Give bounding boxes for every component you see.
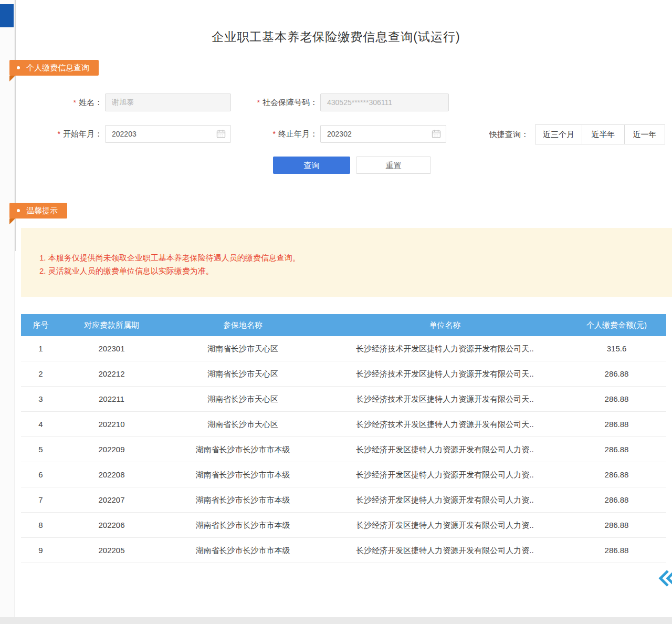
cell-region: 湖南省长沙市天心区	[163, 361, 323, 386]
cell-seq: 4	[21, 412, 60, 436]
table-row: 8 202206 湖南省长沙市长沙市市本级 长沙经济开发区捷特人力资源开发有限公…	[21, 513, 666, 538]
table-row: 7 202207 湖南省长沙市长沙市市本级 长沙经济开发区捷特人力资源开发有限公…	[21, 487, 666, 513]
cell-company: 长沙经济开发区捷特人力资源开发有限公司人力资..	[323, 437, 567, 462]
cell-amount: 286.88	[567, 387, 666, 411]
cell-period: 202206	[60, 513, 163, 537]
sidebar-tab[interactable]	[0, 4, 14, 27]
page-title: 企业职工基本养老保险缴费信息查询(试运行)	[0, 29, 672, 45]
section-badge-tips-label: 温馨提示	[26, 206, 58, 216]
cell-period: 202207	[60, 487, 163, 512]
results-table: 序号 对应费款所属期 参保地名称 单位名称 个人缴费金额(元) 1 202301…	[21, 314, 666, 563]
cell-region: 湖南省长沙市长沙市市本级	[163, 487, 323, 512]
cell-seq: 7	[21, 487, 60, 512]
cell-amount: 315.6	[567, 336, 666, 361]
quick-btn-halfyear[interactable]: 近半年	[582, 124, 625, 144]
section-badge-query: 个人缴费信息查询	[9, 60, 99, 76]
cell-company: 长沙经济开发区捷特人力资源开发有限公司人力资..	[323, 462, 567, 487]
notice-line-2: 2. 灵活就业人员的缴费单位信息以实际缴费为准。	[39, 264, 662, 277]
header-seq: 序号	[21, 314, 60, 336]
cell-period: 202212	[60, 361, 163, 386]
cell-period: 202208	[60, 462, 163, 487]
cell-period: 202209	[60, 437, 163, 462]
cell-region: 湖南省长沙市天心区	[163, 336, 323, 361]
cell-seq: 9	[21, 538, 60, 563]
cell-amount: 286.88	[567, 538, 666, 563]
table-row: 1 202301 湖南省长沙市天心区 长沙经济技术开发区捷特人力资源开发有限公司…	[21, 336, 666, 361]
header-region: 参保地名称	[163, 314, 323, 336]
cell-seq: 8	[21, 513, 60, 537]
cell-company: 长沙经济开发区捷特人力资源开发有限公司人力资..	[323, 487, 567, 512]
cell-region: 湖南省长沙市长沙市市本级	[163, 462, 323, 487]
cell-amount: 286.88	[567, 361, 666, 386]
cell-amount: 286.88	[567, 412, 666, 436]
section-badge-query-label: 个人缴费信息查询	[26, 63, 89, 73]
cell-seq: 2	[21, 361, 60, 386]
quick-btn-3months[interactable]: 近三个月	[535, 124, 582, 144]
calendar-icon[interactable]	[432, 129, 441, 139]
cell-period: 202205	[60, 538, 163, 563]
cell-company: 长沙经济技术开发区捷特人力资源开发有限公司天..	[323, 412, 567, 436]
cell-company: 长沙经济技术开发区捷特人力资源开发有限公司天..	[323, 336, 567, 361]
cell-company: 长沙经济技术开发区捷特人力资源开发有限公司天..	[323, 361, 567, 386]
table-row: 4 202210 湖南省长沙市天心区 长沙经济技术开发区捷特人力资源开发有限公司…	[21, 412, 666, 437]
end-date-label: *终止年月：	[210, 125, 318, 143]
header-period: 对应费款所属期	[60, 314, 163, 336]
ssn-input	[320, 93, 449, 111]
cell-company: 长沙经济技术开发区捷特人力资源开发有限公司天..	[323, 387, 567, 411]
bullet-icon	[17, 209, 20, 212]
cell-seq: 6	[21, 462, 60, 487]
end-date-input[interactable]	[320, 125, 446, 143]
page: 企业职工基本养老保险缴费信息查询(试运行) 个人缴费信息查询 *姓名： *社会保…	[0, 0, 672, 624]
table-row: 6 202208 湖南省长沙市长沙市市本级 长沙经济开发区捷特人力资源开发有限公…	[21, 462, 666, 487]
notice-box: 1. 本服务仅提供尚未领取企业职工基本养老保险待遇人员的缴费信息查询。 2. 灵…	[21, 228, 672, 297]
section-badge-tips: 温馨提示	[9, 203, 67, 219]
cell-region: 湖南省长沙市天心区	[163, 412, 323, 436]
required-mark: *	[58, 130, 60, 138]
cell-seq: 5	[21, 437, 60, 462]
footer-bar	[0, 617, 672, 624]
quick-query-label: 快捷查询：	[489, 124, 529, 144]
table-row: 9 202205 湖南省长沙市长沙市市本级 长沙经济开发区捷特人力资源开发有限公…	[21, 538, 666, 563]
cell-amount: 286.88	[567, 513, 666, 537]
table-row: 2 202212 湖南省长沙市天心区 长沙经济技术开发区捷特人力资源开发有限公司…	[21, 361, 666, 387]
cell-period: 202211	[60, 387, 163, 411]
table-body: 1 202301 湖南省长沙市天心区 长沙经济技术开发区捷特人力资源开发有限公司…	[21, 336, 666, 563]
cell-period: 202210	[60, 412, 163, 436]
name-label: *姓名：	[21, 93, 102, 111]
cell-period: 202301	[60, 336, 163, 361]
bullet-icon	[17, 66, 20, 69]
query-button[interactable]: 查询	[273, 157, 350, 174]
required-mark: *	[74, 98, 76, 107]
double-chevron-left-icon[interactable]	[658, 568, 672, 588]
reset-button[interactable]: 重置	[356, 157, 431, 174]
table-row: 5 202209 湖南省长沙市长沙市市本级 长沙经济开发区捷特人力资源开发有限公…	[21, 437, 666, 462]
cell-region: 湖南省长沙市长沙市市本级	[163, 513, 323, 537]
cell-region: 湖南省长沙市天心区	[163, 387, 323, 411]
cell-company: 长沙经济开发区捷特人力资源开发有限公司人力资..	[323, 538, 567, 563]
header-company: 单位名称	[323, 314, 567, 336]
notice-line-1: 1. 本服务仅提供尚未领取企业职工基本养老保险待遇人员的缴费信息查询。	[39, 251, 662, 264]
header-amount: 个人缴费金额(元)	[567, 314, 666, 336]
cell-amount: 286.88	[567, 487, 666, 512]
cell-company: 长沙经济开发区捷特人力资源开发有限公司人力资..	[323, 513, 567, 537]
quick-btn-1year[interactable]: 近一年	[624, 124, 665, 144]
table-header-row: 序号 对应费款所属期 参保地名称 单位名称 个人缴费金额(元)	[21, 314, 666, 336]
quick-query-group: 近三个月 近半年 近一年	[536, 124, 665, 144]
cell-region: 湖南省长沙市长沙市市本级	[163, 437, 323, 462]
cell-amount: 286.88	[567, 437, 666, 462]
start-date-label: *开始年月：	[21, 125, 102, 143]
required-mark: *	[257, 98, 260, 107]
table-row: 3 202211 湖南省长沙市天心区 长沙经济技术开发区捷特人力资源开发有限公司…	[21, 387, 666, 412]
cell-region: 湖南省长沙市长沙市市本级	[163, 538, 323, 563]
cell-seq: 3	[21, 387, 60, 411]
ssn-label: *社会保障号码：	[210, 93, 318, 111]
cell-seq: 1	[21, 336, 60, 361]
left-rail	[0, 0, 15, 624]
required-mark: *	[273, 130, 276, 138]
cell-amount: 286.88	[567, 462, 666, 487]
